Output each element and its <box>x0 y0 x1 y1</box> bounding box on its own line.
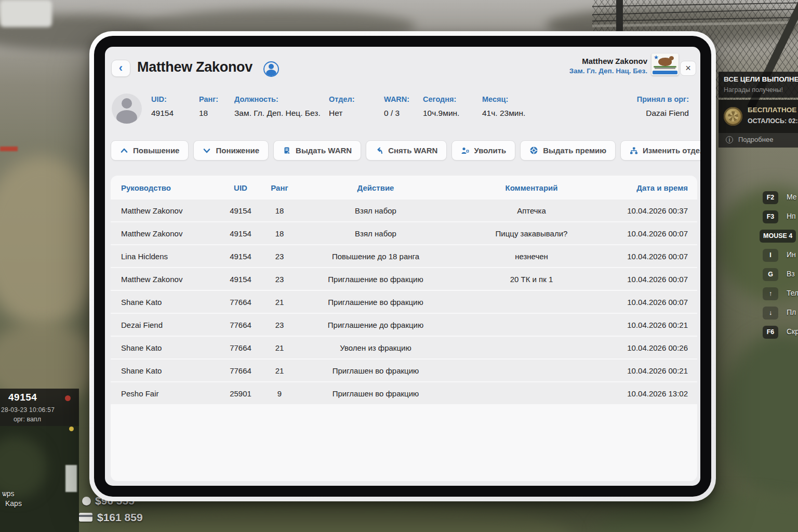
server-datetime: 28-03-23 10:06:57 <box>1 406 55 414</box>
column-header: Ранг <box>261 183 298 192</box>
field-department: Отдел: Нет <box>329 95 355 118</box>
org-chart-icon <box>630 147 638 155</box>
objectives-complete-notification: ВСЕ ЦЕЛИ ВЫПОЛНЕНЫ Награды получены! <box>719 72 798 98</box>
keybind-row: ↑Тел <box>756 286 798 305</box>
dismiss-button[interactable]: Уволить <box>451 140 515 161</box>
column-header: Дата и время <box>609 183 688 192</box>
profile-person-icon <box>263 61 279 77</box>
key-badge-f6: F6 <box>763 326 778 339</box>
bank-card-icon <box>79 513 92 522</box>
change-department-button[interactable]: Изменить отдел <box>620 140 700 161</box>
field-uid: UID: 49154 <box>151 95 174 118</box>
table-row[interactable]: Shane Kato7766421Приглашение во фракцию1… <box>111 291 697 313</box>
table-header-row: Руководство UID Ранг Действие Комментари… <box>111 176 697 200</box>
promote-button[interactable]: Повышение <box>111 140 189 161</box>
table-row[interactable]: Matthew Zakonov4915418Взял наборАптечка1… <box>111 200 697 221</box>
keybind-row: GВз <box>756 267 798 286</box>
keybind-row: MOUSE 4 <box>756 229 798 248</box>
objectives-title: ВСЕ ЦЕЛИ ВЫПОЛНЕНЫ <box>724 75 798 83</box>
flag-star-icon: ★ <box>654 54 659 61</box>
key-badge-f2: F2 <box>763 191 778 204</box>
table-row[interactable]: Shane Kato7766421Уволен из фракцию10.04.… <box>111 337 697 358</box>
table-row[interactable]: Lina Hicldens4915423Повышение до 18 ранг… <box>111 245 697 267</box>
flag-bear-icon <box>658 58 672 66</box>
table-row[interactable]: Dezai Fiend7766423Приглашение до фракцию… <box>111 314 697 336</box>
give-warn-button[interactable]: Выдать WARN <box>273 140 361 161</box>
remove-warn-button[interactable]: Снять WARN <box>366 140 447 161</box>
field-position: Должность: Зам. Гл. Деп. Нец. Без. <box>234 95 321 118</box>
grass-patch <box>722 332 798 499</box>
current-user-name: Matthew Zakonov <box>569 57 647 65</box>
keybind-row: F6Скр <box>756 325 798 344</box>
column-header: Действие <box>298 183 454 192</box>
table-row[interactable]: Matthew Zakonov4915418Взял наборПиццу за… <box>111 222 697 244</box>
column-header: UID <box>220 183 261 192</box>
action-buttons-row: Повышение Понижение Выдать WARN Снять WA… <box>111 140 700 161</box>
faction-app-screen: ‹ Matthew Zakonov Matthew Zakonov Зам. Г… <box>105 47 700 486</box>
minimap-building <box>65 465 77 492</box>
roadside-marker <box>0 147 18 151</box>
dismiss-person-icon <box>461 147 469 155</box>
player-org: орг: вапл <box>14 416 41 423</box>
current-user-role: Зам. Гл. Деп. Нац. Без. <box>569 67 647 75</box>
column-header: Руководство <box>121 183 220 192</box>
minimap-street-label: Kaps <box>5 499 22 508</box>
faction-log-table: Руководство UID Ранг Действие Комментари… <box>111 176 697 481</box>
minimap: ѡps Kaps <box>0 426 79 532</box>
grass-patch <box>104 499 571 532</box>
promo-remaining: ОСТАЛОСЬ: 02:4 <box>748 117 798 125</box>
member-avatar <box>112 94 142 124</box>
current-user-block: Matthew Zakonov Зам. Гл. Деп. Нац. Без. <box>569 57 647 75</box>
player-id: 49154 <box>8 392 37 403</box>
table-row[interactable]: Shane Kato7766421Приглашен во фракцию10.… <box>111 360 697 381</box>
key-badge-arrow-down: ↓ <box>763 307 778 320</box>
field-month-time: Месяц: 41ч. 23мин. <box>482 95 525 118</box>
minimap-waypoint-dot <box>69 427 74 431</box>
key-badge-arrow-up: ↑ <box>763 287 778 300</box>
minimap-street-label: ѡps <box>2 489 15 498</box>
field-today-time: Сегодня: 10ч.9мин. <box>423 95 459 118</box>
undo-arrow-icon <box>375 147 383 155</box>
promo-title: БЕСПЛАТНОЕ ВРА <box>748 106 798 114</box>
promo-details-row[interactable]: i Подробнее <box>719 133 798 148</box>
keybind-row: F3Нп <box>756 209 798 229</box>
player-info-panel: 49154 28-03-23 10:06:57 орг: вапл <box>0 389 79 426</box>
keybind-row: ↓Пл <box>756 305 798 325</box>
tablet-device: ‹ Matthew Zakonov Matthew Zakonov Зам. Г… <box>89 31 716 501</box>
key-badge-i: I <box>763 249 778 262</box>
keybind-row: IИн <box>756 248 798 267</box>
dirt-patch <box>0 156 104 327</box>
flag-stripe <box>653 71 677 74</box>
field-warn: WARN: 0 / 3 <box>384 95 409 118</box>
table-row[interactable]: Matthew Zakonov4915423Приглашение во фра… <box>111 268 697 290</box>
table-row[interactable]: Pesho Fair259019Приглашен во фракцию10.0… <box>111 382 697 404</box>
flag-text-line <box>655 68 675 69</box>
key-badge-mouse4: MOUSE 4 <box>760 230 796 243</box>
bank-amount: $161 859 <box>79 511 143 524</box>
field-accepted-by: Принял в орг: Dazai Fiend <box>637 95 689 118</box>
column-header: Комментарий <box>454 183 609 192</box>
coin-icon <box>529 146 538 155</box>
give-bonus-button[interactable]: Выдать премию <box>520 140 616 161</box>
key-badge-g: G <box>763 268 778 281</box>
key-badge-f3: F3 <box>763 210 778 223</box>
details-label: Подробнее <box>738 136 773 143</box>
cash-icon <box>82 497 91 506</box>
objectives-subtitle: Награды получены! <box>724 86 783 94</box>
field-rank: Ранг: 18 <box>199 95 218 118</box>
chevron-down-icon <box>203 147 211 155</box>
close-button[interactable]: × <box>680 61 696 76</box>
chevron-up-icon <box>120 147 128 155</box>
distant-building <box>0 0 52 27</box>
keybind-hints: F2Ме F3Нп MOUSE 4 IИн GВз ↑Тел ↓Пл F6Скр <box>756 190 798 344</box>
back-button[interactable]: ‹ <box>111 60 130 77</box>
info-icon: i <box>726 136 733 143</box>
tablet-bezel: ‹ Matthew Zakonov Matthew Zakonov Зам. Г… <box>94 36 711 497</box>
faction-flag: ★ <box>651 54 679 75</box>
keybind-row: F2Ме <box>756 190 798 209</box>
page-title: Matthew Zakonov <box>137 59 252 75</box>
gold-wheel-icon <box>724 107 742 126</box>
demote-button[interactable]: Понижение <box>193 140 269 161</box>
promo-notification: БЕСПЛАТНОЕ ВРА ОСТАЛОСЬ: 02:4 <box>719 100 798 133</box>
warn-document-icon <box>283 147 291 155</box>
